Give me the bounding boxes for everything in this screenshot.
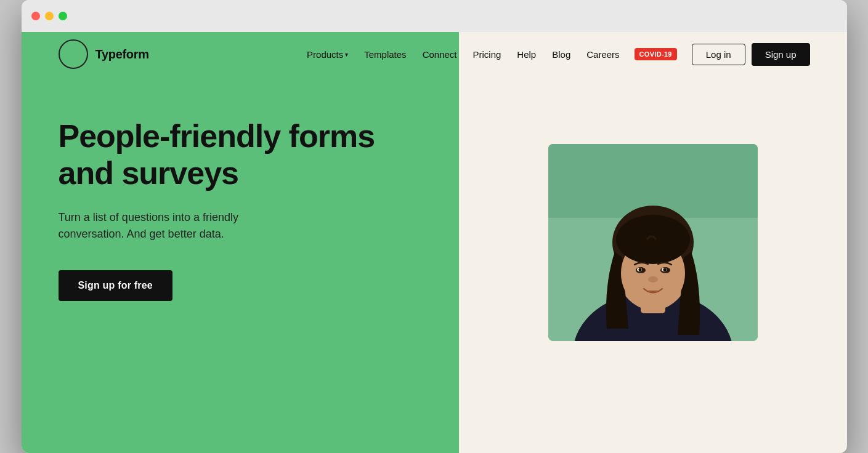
- nav-products[interactable]: Products ▾: [301, 46, 354, 63]
- left-hero-section: People-friendly forms and surveys Turn a…: [22, 32, 459, 453]
- close-button[interactable]: [31, 12, 40, 20]
- nav-careers[interactable]: Careers: [580, 46, 625, 63]
- hero-headline: People-friendly forms and surveys: [59, 118, 422, 192]
- hero-subtext: Turn a list of questions into a friendly…: [59, 209, 293, 244]
- browser-content: People-friendly forms and surveys Turn a…: [22, 32, 847, 453]
- chevron-down-icon: ▾: [345, 51, 348, 58]
- svg-point-7: [616, 215, 690, 264]
- svg-point-12: [638, 268, 641, 271]
- covid-badge[interactable]: COVID-19: [635, 48, 677, 60]
- hero-image: [548, 144, 758, 341]
- nav-blog[interactable]: Blog: [546, 46, 577, 63]
- hero-content: People-friendly forms and surveys Turn a…: [59, 118, 422, 453]
- nav-pricing[interactable]: Pricing: [467, 46, 508, 63]
- svg-point-13: [663, 268, 666, 271]
- svg-point-14: [648, 276, 658, 283]
- login-button[interactable]: Log in: [692, 44, 745, 65]
- logo-text: Typeform: [95, 47, 149, 62]
- minimize-button[interactable]: [45, 12, 54, 20]
- nav-actions: Log in Sign up: [692, 43, 810, 66]
- maximize-button[interactable]: [59, 12, 67, 20]
- right-image-section: [459, 32, 847, 453]
- nav-links: Products ▾ Templates Connect Pricing Hel…: [301, 46, 682, 63]
- nav-connect[interactable]: Connect: [416, 46, 463, 63]
- browser-window: People-friendly forms and surveys Turn a…: [22, 0, 847, 453]
- logo-circle: [59, 39, 88, 69]
- hero-portrait-svg: [548, 144, 758, 341]
- signup-button[interactable]: Sign up: [752, 43, 810, 66]
- browser-chrome: [22, 0, 847, 32]
- nav-help[interactable]: Help: [511, 46, 542, 63]
- nav-templates[interactable]: Templates: [358, 46, 412, 63]
- logo-area: Typeform: [59, 39, 149, 69]
- navbar: Typeform Products ▾ Templates Connect Pr…: [22, 32, 847, 76]
- hero-cta-button[interactable]: Sign up for free: [59, 270, 172, 301]
